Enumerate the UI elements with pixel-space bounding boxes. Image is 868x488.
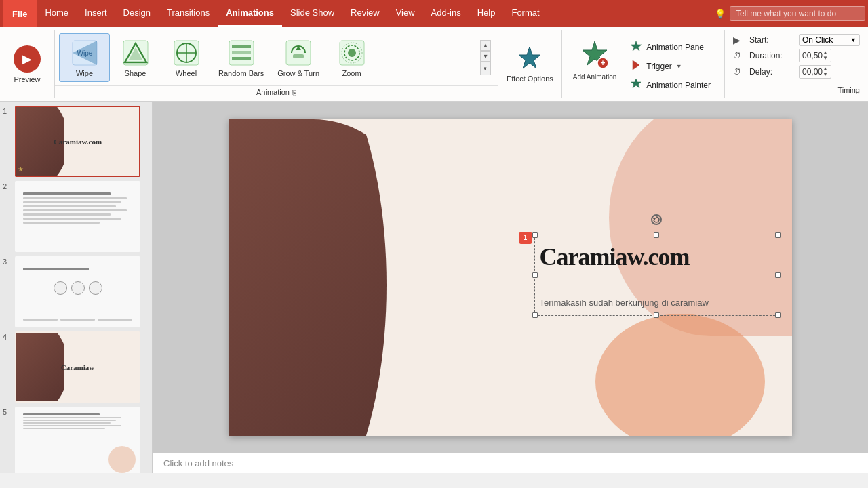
animation-section-label: Animation ⎘	[55, 85, 498, 98]
trigger-dropdown-icon: ▼	[676, 63, 682, 70]
timing-section: ▶ Start: On Click ▼ ⏱ Duration: 00,50 ▲ …	[725, 30, 868, 98]
slide-item-3[interactable]: 3	[3, 256, 149, 327]
animation-scroll-buttons: ▲ ▼ ▾	[480, 40, 491, 75]
preview-button[interactable]: ▶ Preview	[7, 41, 47, 87]
zoom-icon	[337, 38, 367, 68]
anim-zoom[interactable]: Zoom	[326, 34, 377, 81]
tell-me-input[interactable]	[730, 6, 865, 21]
svg-rect-11	[286, 41, 311, 65]
menu-help[interactable]: Help	[469, 0, 504, 27]
slide-thumb-4[interactable]: Caramiaw	[15, 331, 140, 403]
animation-section: Wipe Wipe Shape	[55, 30, 498, 98]
handle-mid-left[interactable]	[532, 272, 538, 278]
file-menu[interactable]: File	[3, 0, 37, 27]
anim-wipe[interactable]: Wipe Wipe	[59, 33, 110, 82]
delay-value-box[interactable]: 00,00 ▲ ▼	[799, 65, 831, 79]
advanced-animation-section: + Add Animation Animation Pane	[562, 30, 725, 98]
lightbulb-icon: 💡	[715, 9, 726, 19]
preview-label: Preview	[14, 75, 40, 83]
menu-format[interactable]: Format	[503, 0, 547, 27]
delay-down[interactable]: ▼	[823, 72, 828, 77]
slide3-circles	[23, 281, 132, 295]
handle-top-left[interactable]	[532, 232, 538, 238]
anim-random-bars[interactable]: Random Bars	[212, 34, 271, 81]
slide-thumb-3[interactable]	[15, 256, 140, 327]
slide-canvas-wrap[interactable]: 1 Caramiaw.com Terimakasih sudah berkunj…	[153, 102, 868, 453]
duration-down[interactable]: ▼	[823, 56, 828, 61]
animation-pane-icon	[630, 40, 642, 55]
effect-options-icon	[515, 44, 545, 74]
add-animation-label: Add Animation	[573, 73, 617, 81]
duration-value: 00,50	[802, 51, 823, 60]
svg-rect-8	[232, 45, 251, 48]
effect-options-section[interactable]: Effect Options	[498, 30, 562, 98]
slide-number-5: 5	[3, 407, 12, 416]
handle-top-mid[interactable]	[654, 232, 659, 238]
menu-design[interactable]: Design	[115, 0, 159, 27]
notes-area[interactable]: Click to add notes	[153, 453, 868, 473]
menu-animations[interactable]: Animations	[218, 0, 282, 27]
slide-item-2[interactable]: 2	[3, 181, 149, 252]
start-select[interactable]: On Click ▼	[799, 34, 860, 46]
slide-item-1[interactable]: 1 Caramiaw.com ★	[3, 106, 149, 177]
slide1-anim-indicator: ★	[18, 165, 24, 173]
zoom-label: Zoom	[342, 69, 361, 77]
menu-insert[interactable]: Insert	[77, 0, 115, 27]
trigger-button[interactable]: Trigger ▼	[626, 57, 715, 76]
slide-canvas[interactable]: 1 Caramiaw.com Terimakasih sudah berkunj…	[229, 119, 792, 436]
menu-review[interactable]: Review	[342, 0, 388, 27]
slide-number-2: 2	[3, 181, 12, 190]
slide1-logo: Caramiaw.com	[54, 138, 102, 146]
scroll-up-btn[interactable]: ▲	[480, 40, 491, 51]
animation-painter-label: Animation Painter	[646, 81, 711, 90]
start-dropdown-icon: ▼	[850, 37, 856, 43]
add-animation-button[interactable]: + Add Animation	[568, 35, 623, 83]
menu-slideshow[interactable]: Slide Show	[282, 0, 342, 27]
adv-right-btns: Animation Pane Trigger ▼	[622, 35, 719, 98]
menu-view[interactable]: View	[388, 0, 423, 27]
slide-item-4[interactable]: 4 Caramiaw	[3, 331, 149, 403]
grow-turn-label: Grow & Turn	[277, 69, 319, 77]
slide-thumb-5[interactable]	[15, 407, 140, 473]
animation-painter-button[interactable]: Animation Painter	[626, 76, 715, 95]
anim-shape[interactable]: Shape	[110, 34, 161, 81]
delay-icon: ⏱	[733, 67, 744, 77]
svg-text:+: +	[601, 58, 606, 68]
svg-rect-13	[293, 54, 304, 58]
slide-title[interactable]: Caramiaw.com	[540, 243, 690, 271]
rotate-handle[interactable]	[651, 214, 662, 225]
anim-wheel[interactable]: Wheel	[161, 34, 212, 81]
slide-thumb-2[interactable]	[15, 181, 140, 252]
handle-mid-right[interactable]	[775, 272, 781, 278]
timing-label: Timing	[733, 86, 860, 94]
handle-bottom-left[interactable]	[532, 312, 538, 318]
slide-thumb-1[interactable]: Caramiaw.com ★	[15, 106, 140, 177]
text-box-selected[interactable]: 1 Caramiaw.com Terimakasih sudah berkunj…	[534, 235, 778, 316]
handle-bottom-mid[interactable]	[654, 312, 659, 318]
slide3-title	[23, 268, 132, 272]
animation-pane-label: Animation Pane	[646, 43, 704, 52]
scroll-down-btn[interactable]: ▼	[480, 51, 491, 62]
main-area: 1 Caramiaw.com ★ 2	[0, 102, 868, 473]
handle-bottom-right[interactable]	[775, 312, 781, 318]
slide4-logo: Caramiaw	[61, 363, 95, 371]
delay-label: Delay:	[749, 67, 793, 77]
animation-scroll-area: Wipe Wipe Shape	[59, 33, 480, 82]
svg-rect-10	[232, 57, 251, 60]
menu-home[interactable]: Home	[37, 0, 77, 27]
scroll-more-btn[interactable]: ▾	[480, 62, 491, 75]
duration-value-box[interactable]: 00,50 ▲ ▼	[799, 49, 831, 62]
menu-transitions[interactable]: Transitions	[159, 0, 218, 27]
menu-addins[interactable]: Add-ins	[423, 0, 469, 27]
handle-top-right[interactable]	[775, 232, 781, 238]
shape-icon	[121, 38, 151, 68]
slide-item-5[interactable]: 5	[3, 407, 149, 473]
wipe-icon: Wipe	[70, 38, 100, 68]
slide2-lines	[23, 192, 132, 226]
menu-bar: File Home Insert Design Transitions Anim…	[0, 0, 868, 27]
svg-text:Wipe: Wipe	[77, 49, 92, 57]
animation-expand-icon[interactable]: ⎘	[292, 89, 296, 96]
notes-placeholder: Click to add notes	[163, 458, 233, 468]
animation-pane-button[interactable]: Animation Pane	[626, 38, 715, 57]
anim-grow-turn[interactable]: Grow & Turn	[271, 34, 326, 81]
